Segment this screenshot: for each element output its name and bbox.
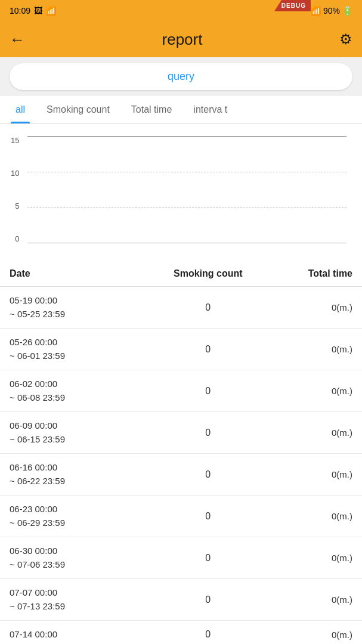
date-range-7: 06-30 00:00 ~ 07-06 23:59 — [10, 544, 142, 571]
photo-icon: 🖼 — [34, 6, 42, 16]
status-bar: 10:09 🖼 📶 DEBUG 📶 90% 🔋 — [0, 0, 362, 21]
table-row: 06-23 00:00 ~ 06-29 23:59 0 0(m.) — [0, 496, 362, 537]
tab-interval[interactable]: interva t — [182, 96, 238, 123]
smoking-count-1: 0 — [142, 302, 262, 313]
date-range-2: 05-26 00:00 ~ 06-01 23:59 — [10, 336, 142, 363]
total-time-3: 0(m.) — [262, 386, 352, 396]
table-row: 06-02 00:00 ~ 06-08 23:59 0 0(m.) — [0, 370, 362, 412]
table-row: 07-07 00:00 ~ 07-13 23:59 0 0(m.) — [0, 579, 362, 621]
total-time-8: 0(m.) — [262, 595, 352, 605]
total-time-6: 0(m.) — [262, 511, 352, 521]
debug-badge: DEBUG — [274, 0, 311, 11]
status-bar-left: 10:09 🖼 📶 — [10, 6, 56, 16]
chart-y-label-5: 5 — [15, 202, 19, 210]
total-time-5: 0(m.) — [262, 469, 352, 479]
query-button[interactable]: query — [10, 63, 352, 90]
table-row: 06-30 00:00 ~ 07-06 23:59 0 0(m.) — [0, 537, 362, 579]
date-range-5: 06-16 00:00 ~ 06-22 23:59 — [10, 461, 142, 488]
smoking-count-8: 0 — [142, 595, 262, 605]
tab-all[interactable]: all — [5, 96, 36, 123]
chart-y-label-10: 10 — [11, 169, 19, 178]
battery-icon: 🔋 — [342, 6, 352, 16]
total-time-1: 0(m.) — [262, 302, 352, 312]
smoking-count-6: 0 — [142, 511, 262, 522]
smoking-count-7: 0 — [142, 553, 262, 564]
table-row: 05-26 00:00 ~ 06-01 23:59 0 0(m.) — [0, 329, 362, 370]
table-header: Date Smoking count Total time — [0, 261, 362, 287]
chart-section: 15 10 5 0 — [0, 124, 362, 261]
total-time-7: 0(m.) — [262, 553, 352, 563]
app-bar: ← report ⚙ — [0, 21, 362, 57]
table-row: 05-19 00:00 ~ 05-25 23:59 0 0(m.) — [0, 287, 362, 329]
header-total-time: Total time — [262, 268, 352, 279]
settings-button[interactable]: ⚙ — [339, 31, 352, 48]
date-range-4: 06-09 00:00 ~ 06-15 23:59 — [10, 419, 142, 446]
date-range-6: 06-23 00:00 ~ 06-29 23:59 — [10, 503, 142, 530]
tab-total-time[interactable]: Total time — [120, 96, 182, 123]
smoking-count-9: 0 — [142, 629, 262, 640]
date-range-1: 05-19 00:00 ~ 05-25 23:59 — [10, 294, 142, 321]
back-button[interactable]: ← — [10, 30, 25, 49]
time-display: 10:09 — [10, 6, 30, 16]
header-date: Date — [10, 268, 142, 279]
smoking-count-5: 0 — [142, 469, 262, 480]
date-range-8: 07-07 00:00 ~ 07-13 23:59 — [10, 586, 142, 613]
total-time-4: 0(m.) — [262, 428, 352, 438]
chart-y-label-0: 0 — [15, 234, 19, 243]
smoking-count-2: 0 — [142, 344, 262, 355]
date-range-3: 06-02 00:00 ~ 06-08 23:59 — [10, 377, 142, 404]
status-bar-right: 📶 90% 🔋 — [311, 6, 352, 16]
signal-icon: 📶 — [46, 6, 56, 16]
query-section: query — [0, 57, 362, 96]
wifi-icon: 📶 — [311, 6, 321, 16]
table-row: 06-09 00:00 ~ 06-15 23:59 0 0(m.) — [0, 412, 362, 454]
table-row: 06-16 00:00 ~ 06-22 23:59 0 0(m.) — [0, 454, 362, 496]
smoking-count-3: 0 — [142, 386, 262, 397]
tab-smoking-count[interactable]: Smoking count — [36, 96, 120, 123]
page-title: report — [162, 30, 203, 49]
total-time-2: 0(m.) — [262, 344, 352, 354]
battery-text: 90% — [323, 6, 340, 16]
table-row: 07-14 00:00 0 0(m.) — [0, 621, 362, 644]
tabs-container: all Smoking count Total time interva t — [0, 96, 362, 124]
table-section: Date Smoking count Total time 05-19 00:0… — [0, 261, 362, 644]
header-smoking-count: Smoking count — [142, 268, 262, 279]
smoking-count-4: 0 — [142, 428, 262, 438]
date-range-9: 07-14 00:00 — [10, 628, 142, 642]
total-time-9: 0(m.) — [262, 630, 352, 640]
chart-y-label-15: 15 — [11, 136, 19, 145]
